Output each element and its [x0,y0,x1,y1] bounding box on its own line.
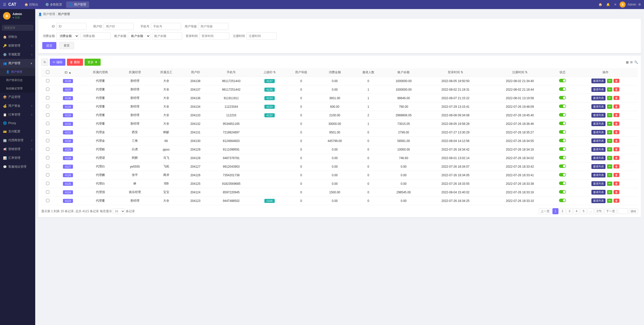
row-delete-button[interactable]: 🗑 [614,156,619,160]
status-toggle[interactable] [559,79,566,82]
consume-input[interactable] [80,32,111,40]
row-delete-button[interactable]: 🗑 [614,147,619,151]
sidebar-item-promo[interactable]: 📢 营销管理 › [0,145,35,154]
row-checkbox[interactable] [46,182,49,185]
row-edit-button[interactable]: ✏ [607,113,612,117]
invite-list-button[interactable]: 邀请列表 [591,181,606,186]
status-toggle[interactable] [559,173,566,176]
page-jump-input[interactable] [618,208,628,214]
notification-icon[interactable]: 🔔 [605,2,611,7]
page-btn-2[interactable]: 2 [559,208,566,214]
row-edit-button[interactable]: ✏ [607,190,612,194]
sidebar-item-realname-verify[interactable]: 知信验证管理 [0,84,35,93]
invite-list-button[interactable]: 邀请列表 [591,198,606,203]
layout-icon[interactable]: ⊞ [630,60,633,64]
login-time-input[interactable] [199,32,229,40]
row-edit-button[interactable]: ✏ [607,147,612,152]
row-delete-button[interactable]: 🗑 [614,182,619,186]
reg-time-input[interactable] [247,32,277,40]
row-checkbox[interactable] [46,113,49,117]
phone-input[interactable] [151,23,181,30]
row-delete-button[interactable]: 🗑 [614,96,619,100]
reset-button[interactable]: 重置 [59,42,74,49]
row-delete-button[interactable]: 🗑 [614,87,619,91]
status-toggle[interactable] [559,104,566,108]
next-page-btn[interactable]: 下一页 [604,208,617,214]
row-checkbox[interactable] [46,156,49,159]
row-delete-button[interactable]: 🗑 [614,173,619,177]
level-input[interactable] [198,23,228,30]
balance-input[interactable] [152,32,182,40]
row-checkbox[interactable] [46,173,49,176]
row-edit-button[interactable]: ✏ [607,87,612,92]
settings-icon[interactable]: ⚙ [638,3,641,6]
row-checkbox[interactable] [46,130,49,134]
nav-dashboard[interactable]: 🏠 控制台 [21,2,41,8]
row-delete-button[interactable]: 🗑 [614,199,619,203]
id-input[interactable] [56,23,87,30]
sidebar-item-customer[interactable]: 💬 客服地址管理 [0,162,35,171]
more-button[interactable]: 更多 ▼ [85,59,101,66]
row-edit-button[interactable]: ✏ [607,96,612,100]
row-delete-button[interactable]: 🗑 [614,190,619,194]
sidebar-item-product[interactable]: 📦 产品管理 [0,93,35,101]
prev-page-btn[interactable]: 上一页 [539,208,551,214]
row-edit-button[interactable]: ✏ [607,139,612,143]
row-checkbox[interactable] [46,148,49,151]
row-delete-button[interactable]: 🗑 [614,139,619,143]
status-toggle[interactable] [559,96,566,99]
close-icon[interactable]: ✕ [613,2,618,7]
invite-list-button[interactable]: 邀请列表 [591,130,606,135]
sidebar-item-permissions[interactable]: 🔑 权限管理 › [0,41,35,50]
page-btn-1[interactable]: 1 [552,208,558,214]
sidebar-item-channel[interactable]: 🏢 代理商管理 › [0,136,35,145]
invite-list-button[interactable]: 邀请列表 [591,138,606,143]
sidebar-item-order[interactable]: 📋 订单管理 › [0,110,35,119]
status-toggle[interactable] [559,147,566,151]
home-icon[interactable]: 🏠 [597,2,603,7]
row-edit-button[interactable]: ✏ [607,130,612,134]
status-toggle[interactable] [559,156,566,159]
status-toggle[interactable] [559,130,566,134]
page-jump-button[interactable]: 跳转 [629,208,638,214]
consume-operator[interactable]: 消费金额 ≥ ≤ [56,32,79,40]
invite-list-button[interactable]: 邀请列表 [591,96,606,100]
column-settings-icon[interactable]: ▦ [626,60,629,64]
invite-list-button[interactable]: 邀请列表 [591,121,606,126]
table-search-icon[interactable]: 🔍 [634,60,638,64]
page-size-select[interactable]: 15 20 50 100 [113,208,125,214]
userid-input[interactable] [104,23,134,30]
row-checkbox[interactable] [46,190,49,194]
row-delete-button[interactable]: 🗑 [614,104,619,109]
row-checkbox[interactable] [46,165,49,168]
row-checkbox[interactable] [46,199,49,202]
row-edit-button[interactable]: ✏ [607,104,612,109]
row-checkbox[interactable] [46,79,49,82]
row-checkbox[interactable] [46,139,49,142]
row-edit-button[interactable]: ✏ [607,182,612,186]
nav-params[interactable]: ⚙️ 参数配置 [42,2,65,8]
balance-operator[interactable]: 账户余额 ≥ ≤ [128,32,150,40]
sidebar-item-payment[interactable]: 💳 支付配置 [0,127,35,136]
invite-list-button[interactable]: 邀请列表 [591,156,606,160]
hamburger-icon[interactable]: ☰ [3,3,6,7]
invite-list-button[interactable]: 邀请列表 [591,87,606,92]
page-btn-5[interactable]: 5 [581,208,587,214]
row-edit-button[interactable]: ✏ [607,173,612,177]
row-edit-button[interactable]: ✏ [607,122,612,126]
row-checkbox[interactable] [46,96,49,99]
sidebar-item-user-fund[interactable]: 💰 用户资金 › [0,101,35,110]
select-all-checkbox[interactable] [46,70,49,74]
row-edit-button[interactable]: ✏ [607,156,612,160]
status-toggle[interactable] [559,182,566,185]
sidebar-item-user-mgmt-main[interactable]: 👤 用户管理 [0,68,35,76]
invite-list-button[interactable]: 邀请列表 [591,173,606,177]
sidebar-item-dashboard[interactable]: 🏠 控制台 [0,32,35,41]
page-btn-3[interactable]: 3 [567,208,573,214]
row-delete-button[interactable]: 🗑 [614,79,619,83]
sidebar-item-proxy[interactable]: 🌐 Proxy [0,119,35,127]
invite-list-button[interactable]: 邀请列表 [591,164,606,169]
sidebar-item-user-mgmt[interactable]: 👥 用户管理 ∨ [0,59,35,68]
status-toggle[interactable] [559,139,566,142]
refresh-button[interactable]: ↻ [41,59,48,66]
